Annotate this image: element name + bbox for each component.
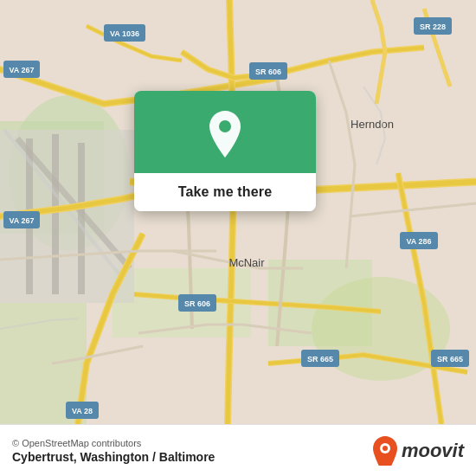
svg-text:VA 267: VA 267 xyxy=(9,216,34,225)
svg-text:SR 665: SR 665 xyxy=(307,355,333,363)
popup-header xyxy=(134,91,316,173)
svg-rect-9 xyxy=(52,134,59,294)
moovit-logo: moovit xyxy=(373,436,464,466)
popup-card: Take me there xyxy=(134,91,316,211)
moovit-pin-icon xyxy=(373,436,397,466)
svg-text:McNair: McNair xyxy=(228,256,265,269)
moovit-brand-name: moovit xyxy=(402,440,464,462)
svg-text:VA 1036: VA 1036 xyxy=(110,29,139,38)
place-name: Cybertrust, Washington / Baltimore xyxy=(12,450,215,464)
location-pin-icon xyxy=(205,111,245,158)
map-attribution: © OpenStreetMap contributors xyxy=(12,438,215,448)
svg-text:VA 28: VA 28 xyxy=(72,407,93,415)
svg-text:VA 267: VA 267 xyxy=(9,66,34,74)
svg-text:SR 606: SR 606 xyxy=(255,68,281,76)
take-me-there-button[interactable]: Take me there xyxy=(134,173,316,211)
svg-text:SR 606: SR 606 xyxy=(184,299,210,308)
svg-point-37 xyxy=(383,446,388,451)
bottom-left-info: © OpenStreetMap contributors Cybertrust,… xyxy=(12,438,215,464)
map-background: VA 267 VA 267 VA 1036 SR 606 SR 228 SR 6… xyxy=(0,0,476,424)
svg-text:SR 228: SR 228 xyxy=(420,23,446,31)
svg-text:Herndon: Herndon xyxy=(351,118,394,131)
svg-point-35 xyxy=(219,120,231,132)
svg-text:VA 286: VA 286 xyxy=(406,237,431,246)
bottom-bar: © OpenStreetMap contributors Cybertrust,… xyxy=(0,424,476,476)
svg-text:SR 665: SR 665 xyxy=(437,355,463,363)
map-container: VA 267 VA 267 VA 1036 SR 606 SR 228 SR 6… xyxy=(0,0,476,424)
